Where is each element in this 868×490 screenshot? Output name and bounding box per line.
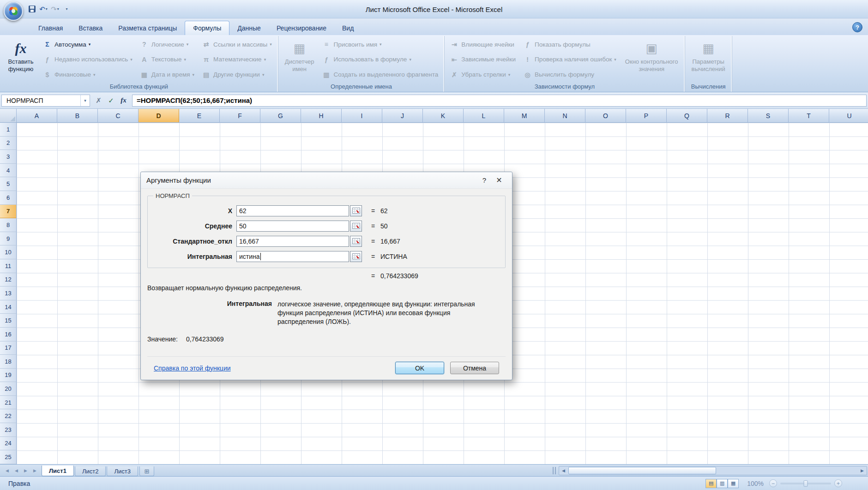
tab-split-handle[interactable] <box>553 467 556 474</box>
row-header-1[interactable]: 1 <box>0 123 16 137</box>
horizontal-scrollbar[interactable]: ◀ ▶ <box>559 466 867 475</box>
column-header-A[interactable]: A <box>17 109 57 122</box>
calculation-options-button[interactable]: ▦Параметрывычислений <box>687 37 729 82</box>
cancel-entry-button[interactable]: ✗ <box>92 95 105 107</box>
show-formulas-button[interactable]: ƒПоказать формулы <box>520 38 620 51</box>
column-header-I[interactable]: I <box>342 109 382 122</box>
scroll-left-button[interactable]: ◀ <box>559 466 568 475</box>
row-header-17[interactable]: 17 <box>0 341 16 355</box>
column-header-L[interactable]: L <box>464 109 504 122</box>
column-header-C[interactable]: C <box>98 109 139 122</box>
row-header-11[interactable]: 11 <box>0 259 16 273</box>
argument-input-3[interactable]: истина <box>236 251 349 262</box>
row-header-13[interactable]: 13 <box>0 287 16 300</box>
math-trig-button[interactable]: πМатематические▾ <box>199 53 276 66</box>
select-all-corner[interactable] <box>0 109 17 122</box>
column-header-G[interactable]: G <box>260 109 301 122</box>
financial-button[interactable]: $Финансовые▾ <box>40 68 136 81</box>
range-select-button-1[interactable] <box>350 221 362 232</box>
save-button[interactable] <box>27 4 37 14</box>
row-header-15[interactable]: 15 <box>0 314 16 328</box>
recently-used-button[interactable]: ƒНедавно использовались▾ <box>40 53 136 66</box>
row-header-21[interactable]: 21 <box>0 396 16 410</box>
row-header-25[interactable]: 25 <box>0 450 16 464</box>
column-header-B[interactable]: B <box>57 109 98 122</box>
sheet-nav-prev-button[interactable]: ◀ <box>12 466 21 475</box>
page-break-view-button[interactable]: ▦ <box>728 479 739 488</box>
row-header-22[interactable]: 22 <box>0 409 16 423</box>
row-header-19[interactable]: 19 <box>0 369 16 382</box>
range-select-button-3[interactable] <box>350 251 362 262</box>
enter-entry-button[interactable]: ✓ <box>105 95 117 107</box>
evaluate-formula-button[interactable]: ◎Вычислить формулу <box>520 68 620 81</box>
column-header-S[interactable]: S <box>748 109 789 122</box>
row-header-4[interactable]: 4 <box>0 164 16 178</box>
help-button[interactable]: ? <box>852 22 862 32</box>
sheet-nav-first-button[interactable]: ◀ <box>3 466 12 475</box>
scroll-right-button[interactable]: ▶ <box>858 466 867 475</box>
dialog-close-button[interactable]: ✕ <box>492 176 506 185</box>
date-time-button[interactable]: ▦Дата и время▾ <box>137 68 198 81</box>
zoom-out-button[interactable]: − <box>769 479 777 487</box>
row-header-2[interactable]: 2 <box>0 137 16 150</box>
sheet-nav-next-button[interactable]: ▶ <box>21 466 30 475</box>
column-header-N[interactable]: N <box>545 109 585 122</box>
text-functions-button[interactable]: AТекстовые▾ <box>137 53 198 66</box>
horizontal-scroll-track[interactable] <box>568 466 858 475</box>
row-header-6[interactable]: 6 <box>0 191 16 205</box>
column-header-J[interactable]: J <box>382 109 423 122</box>
column-header-F[interactable]: F <box>220 109 260 122</box>
column-header-T[interactable]: T <box>789 109 829 122</box>
row-header-23[interactable]: 23 <box>0 423 16 437</box>
column-header-U[interactable]: U <box>829 109 868 122</box>
column-header-P[interactable]: P <box>626 109 667 122</box>
column-header-O[interactable]: O <box>585 109 626 122</box>
row-header-18[interactable]: 18 <box>0 355 16 369</box>
row-header-8[interactable]: 8 <box>0 218 16 232</box>
row-header-14[interactable]: 14 <box>0 300 16 314</box>
column-header-H[interactable]: H <box>301 109 342 122</box>
ribbon-tab-2[interactable]: Разметка страницы <box>110 21 185 35</box>
undo-button[interactable]: ↶▾ <box>38 4 48 14</box>
normal-view-button[interactable]: ▤ <box>705 479 717 488</box>
insert-function-fx-button[interactable]: fx <box>117 95 130 107</box>
column-header-E[interactable]: E <box>179 109 220 122</box>
column-header-D[interactable]: D <box>139 109 179 122</box>
create-from-selection-button[interactable]: ▥Создать из выделенного фрагмента <box>319 68 442 81</box>
define-name-button[interactable]: ≡Присвоить имя▾ <box>319 38 442 51</box>
ribbon-tab-1[interactable]: Вставка <box>71 21 110 35</box>
range-select-button-0[interactable] <box>350 205 362 216</box>
sheet-tab-лист3[interactable]: Лист3 <box>107 466 138 476</box>
row-header-12[interactable]: 12 <box>0 273 16 287</box>
column-header-K[interactable]: K <box>423 109 464 122</box>
redo-button[interactable]: ↷▾ <box>50 4 60 14</box>
watch-window-button[interactable]: ▣Окно контрольногозначения <box>621 37 682 82</box>
lookup-reference-button[interactable]: ⇄Ссылки и массивы▾ <box>199 38 276 51</box>
argument-input-0[interactable]: 62 <box>236 205 349 216</box>
remove-arrows-button[interactable]: ✗Убрать стрелки▾ <box>447 68 519 81</box>
ribbon-tab-6[interactable]: Вид <box>334 21 362 35</box>
ribbon-tab-0[interactable]: Главная <box>30 21 71 35</box>
name-box[interactable]: НОРМРАСП ▾ <box>1 95 90 107</box>
page-layout-view-button[interactable]: ▥ <box>717 479 728 488</box>
use-in-formula-button[interactable]: ƒИспользовать в формуле▾ <box>319 53 442 66</box>
column-header-M[interactable]: M <box>504 109 545 122</box>
ribbon-tab-5[interactable]: Рецензирование <box>269 21 334 35</box>
zoom-slider-track[interactable] <box>780 483 831 484</box>
customize-qat-button[interactable]: ▾ <box>61 4 72 14</box>
more-functions-button[interactable]: ▤Другие функции▾ <box>199 68 276 81</box>
insert-worksheet-tab[interactable]: ⊞ <box>139 466 154 476</box>
ribbon-tab-4[interactable]: Данные <box>229 21 269 35</box>
row-header-10[interactable]: 10 <box>0 245 16 259</box>
name-box-dropdown-icon[interactable]: ▾ <box>80 95 90 106</box>
horizontal-scroll-thumb[interactable] <box>568 467 716 474</box>
sheet-tab-лист2[interactable]: Лист2 <box>75 466 106 476</box>
row-header-3[interactable]: 3 <box>0 150 16 164</box>
logical-button[interactable]: ?Логические▾ <box>137 38 198 51</box>
zoom-slider-thumb[interactable] <box>804 480 808 487</box>
row-header-9[interactable]: 9 <box>0 232 16 246</box>
ok-button[interactable]: OK <box>395 362 444 374</box>
cancel-button[interactable]: Отмена <box>450 362 499 374</box>
range-select-button-2[interactable] <box>350 236 362 247</box>
dialog-help-button[interactable]: ? <box>477 176 492 184</box>
